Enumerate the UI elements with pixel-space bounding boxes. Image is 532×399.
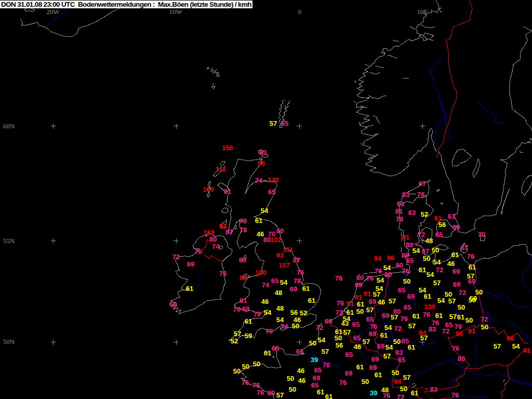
svg-text:69: 69 — [345, 369, 352, 377]
svg-text:76: 76 — [366, 274, 374, 282]
svg-text:70: 70 — [240, 217, 247, 225]
svg-text:50: 50 — [400, 385, 407, 393]
svg-text:107: 107 — [278, 261, 290, 269]
svg-text:61: 61 — [408, 343, 415, 351]
svg-text:70: 70 — [265, 327, 273, 335]
svg-text:54: 54 — [385, 343, 393, 351]
svg-text:50: 50 — [458, 303, 465, 311]
svg-text:60N: 60N — [3, 122, 15, 130]
svg-text:72: 72 — [442, 327, 449, 335]
svg-text:76: 76 — [297, 269, 304, 276]
svg-text:57: 57 — [494, 342, 501, 350]
svg-text:74: 74 — [212, 243, 220, 250]
svg-text:76: 76 — [455, 323, 462, 330]
svg-text:93: 93 — [276, 251, 284, 259]
svg-text:83: 83 — [259, 149, 267, 156]
svg-text:69: 69 — [453, 268, 460, 275]
svg-text:61: 61 — [356, 363, 364, 371]
svg-text:69: 69 — [407, 292, 415, 300]
svg-text:69: 69 — [325, 317, 332, 325]
svg-text:76: 76 — [335, 274, 342, 282]
svg-text:65: 65 — [296, 348, 303, 355]
svg-text:156: 156 — [222, 144, 233, 152]
svg-text:57: 57 — [433, 279, 441, 287]
svg-text:91: 91 — [402, 233, 409, 241]
svg-text:57: 57 — [383, 352, 391, 360]
svg-text:54: 54 — [280, 278, 288, 286]
svg-text:69: 69 — [377, 342, 384, 350]
svg-text:76: 76 — [401, 315, 408, 323]
svg-text:69: 69 — [242, 305, 249, 313]
svg-text:76: 76 — [423, 311, 430, 318]
svg-text:39: 39 — [370, 389, 377, 397]
svg-text:65: 65 — [404, 303, 411, 311]
svg-text:54: 54 — [318, 336, 326, 344]
svg-text:61: 61 — [380, 331, 388, 339]
svg-text:72: 72 — [418, 231, 425, 238]
svg-text:50: 50 — [242, 363, 249, 370]
svg-text:80: 80 — [356, 274, 364, 282]
svg-text:57: 57 — [420, 334, 428, 342]
svg-text:91: 91 — [523, 347, 530, 354]
svg-text:46: 46 — [447, 260, 455, 268]
svg-text:20W: 20W — [46, 8, 60, 16]
svg-text:72: 72 — [172, 253, 180, 261]
svg-text:80: 80 — [209, 235, 217, 243]
svg-text:130: 130 — [424, 303, 435, 311]
svg-text:78: 78 — [417, 191, 424, 198]
svg-text:69: 69 — [187, 260, 194, 268]
svg-text:57: 57 — [322, 348, 329, 355]
svg-text:57: 57 — [276, 391, 284, 399]
svg-text:69: 69 — [453, 281, 460, 288]
svg-text:83: 83 — [430, 385, 437, 393]
svg-text:76: 76 — [370, 323, 377, 330]
svg-text:61: 61 — [264, 349, 271, 357]
svg-text:70: 70 — [478, 231, 485, 238]
svg-text:94: 94 — [394, 378, 402, 385]
svg-text:50: 50 — [287, 375, 294, 382]
svg-text:83: 83 — [429, 325, 436, 333]
svg-text:80: 80 — [268, 389, 275, 397]
svg-text:57: 57 — [343, 328, 351, 336]
svg-text:57: 57 — [270, 119, 277, 127]
svg-text:91: 91 — [347, 300, 354, 308]
svg-text:80: 80 — [263, 236, 271, 244]
svg-text:0: 0 — [298, 8, 302, 16]
svg-text:57: 57 — [448, 297, 456, 305]
svg-text:50: 50 — [481, 323, 488, 331]
svg-text:61: 61 — [186, 285, 193, 292]
svg-text:65: 65 — [314, 366, 322, 374]
svg-text:100: 100 — [255, 269, 267, 276]
svg-text:50: 50 — [253, 360, 260, 368]
svg-text:91: 91 — [364, 290, 371, 298]
svg-text:10E: 10E — [417, 8, 428, 16]
svg-text:43: 43 — [341, 320, 349, 327]
svg-text:46: 46 — [297, 367, 304, 375]
svg-text:50: 50 — [423, 255, 430, 262]
svg-text:61: 61 — [357, 300, 364, 308]
svg-text:61: 61 — [302, 285, 310, 292]
svg-text:83: 83 — [239, 256, 246, 264]
svg-text:50: 50 — [309, 339, 316, 347]
svg-text:61: 61 — [255, 217, 262, 224]
svg-text:74: 74 — [281, 323, 288, 330]
svg-text:72: 72 — [316, 324, 323, 331]
svg-text:10W: 10W — [169, 8, 182, 16]
svg-text:94: 94 — [374, 255, 382, 262]
svg-text:65: 65 — [352, 321, 360, 328]
svg-text:102: 102 — [270, 236, 282, 244]
svg-text:61: 61 — [457, 313, 464, 321]
svg-text:61: 61 — [424, 292, 431, 300]
svg-text:76: 76 — [375, 267, 382, 275]
svg-text:54: 54 — [437, 297, 445, 304]
svg-text:57: 57 — [408, 322, 416, 330]
svg-text:76: 76 — [219, 270, 227, 277]
svg-text:63: 63 — [448, 212, 455, 220]
svg-text:72: 72 — [394, 325, 402, 332]
svg-text:46: 46 — [298, 377, 305, 384]
svg-text:76: 76 — [451, 391, 459, 399]
svg-text:76: 76 — [242, 379, 249, 387]
svg-text:61: 61 — [308, 297, 315, 304]
svg-text:57: 57 — [449, 313, 457, 321]
svg-text:91: 91 — [468, 327, 475, 335]
